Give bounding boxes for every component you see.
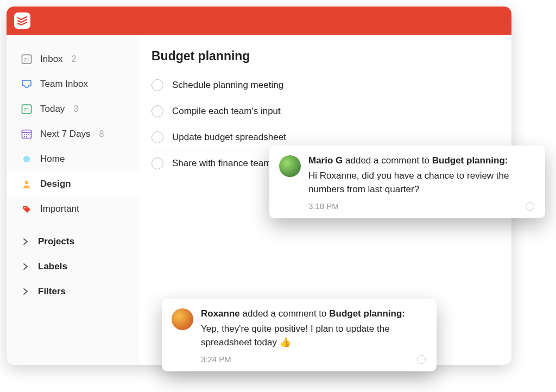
notification-status-circle[interactable] <box>417 355 426 364</box>
sidebar-section-label: Labels <box>38 261 67 272</box>
notification-footer: 3:24 PM <box>201 355 426 364</box>
task-row[interactable]: Schedule planning meeting <box>151 72 495 98</box>
notification-middle-text: added a comment to <box>343 155 432 166</box>
notification-footer: 3:18 PM <box>308 201 534 211</box>
tag-icon <box>21 203 33 215</box>
svg-point-8 <box>28 134 29 135</box>
notification-title: Mario G added a comment to Budget planni… <box>308 155 534 166</box>
sidebar-item-design[interactable]: Design <box>7 172 140 197</box>
inbox-icon: 21 <box>21 53 33 65</box>
notification-message: Hi Roxanne, did you have a chance to rev… <box>308 169 534 196</box>
person-icon <box>21 178 33 190</box>
notification-body: Mario G added a comment to Budget planni… <box>308 155 534 211</box>
notification-title: Roxanne added a comment to Budget planni… <box>201 308 426 319</box>
avatar <box>172 308 193 330</box>
sidebar-section-filters[interactable]: Filters <box>7 279 140 304</box>
svg-point-12 <box>24 207 26 208</box>
sidebar-item-label: Home <box>40 154 65 165</box>
app-logo-icon <box>14 12 30 29</box>
notification-author: Roxanne <box>201 308 240 319</box>
task-checkbox[interactable] <box>151 79 163 91</box>
sidebar-item-home[interactable]: Home <box>7 147 140 172</box>
task-label: Schedule planning meeting <box>172 80 283 91</box>
notification-time: 3:24 PM <box>201 355 231 364</box>
project-dot-icon <box>21 153 33 165</box>
sidebar-item-next-7-days[interactable]: Next 7 Days 8 <box>7 122 140 147</box>
sidebar-section-label: Projects <box>38 236 74 247</box>
svg-point-6 <box>24 134 25 135</box>
svg-point-10 <box>26 136 27 137</box>
chevron-right-icon <box>20 236 31 248</box>
sidebar-item-count: 2 <box>72 54 77 64</box>
svg-point-7 <box>26 134 27 135</box>
top-bar <box>7 7 511 35</box>
today-icon: 21 <box>21 103 33 115</box>
sidebar-item-count: 8 <box>99 129 104 139</box>
sidebar-item-team-inbox[interactable]: Team Inbox <box>7 72 140 97</box>
sidebar-item-label: Today <box>40 104 65 115</box>
sidebar-section-projects[interactable]: Projects <box>7 229 140 254</box>
calendar-icon <box>21 128 33 140</box>
task-label: Compile each team's input <box>172 106 281 117</box>
avatar <box>279 155 301 177</box>
task-row[interactable]: Compile each team's input <box>151 98 495 124</box>
notification-body: Roxanne added a comment to Budget planni… <box>201 308 426 364</box>
notification-card[interactable]: Mario G added a comment to Budget planni… <box>269 146 545 218</box>
notification-card[interactable]: Roxanne added a comment to Budget planni… <box>162 299 437 371</box>
svg-point-11 <box>25 181 28 184</box>
sidebar: 21 Inbox 2 Team Inbox 21 Today 3 <box>7 35 140 365</box>
task-checkbox[interactable] <box>151 105 163 117</box>
notification-author: Mario G <box>308 155 343 166</box>
sidebar-section-labels[interactable]: Labels <box>7 254 140 279</box>
notification-status-circle[interactable] <box>526 202 534 211</box>
sidebar-item-important[interactable]: Important <box>7 197 140 222</box>
sidebar-item-today[interactable]: 21 Today 3 <box>7 97 140 122</box>
svg-point-9 <box>24 136 25 137</box>
sidebar-item-inbox[interactable]: 21 Inbox 2 <box>7 47 140 72</box>
page-title: Budget planning <box>151 49 495 64</box>
svg-text:21: 21 <box>24 107 29 112</box>
notification-middle-text: added a comment to <box>240 308 329 319</box>
notification-time: 3:18 PM <box>308 201 339 211</box>
task-checkbox[interactable] <box>151 131 163 143</box>
notification-project: Budget planning: <box>432 155 508 166</box>
svg-text:21: 21 <box>24 57 29 62</box>
sidebar-item-label: Next 7 Days <box>40 129 91 140</box>
sidebar-item-label: Design <box>40 179 71 189</box>
sidebar-section-label: Filters <box>38 286 66 297</box>
task-checkbox[interactable] <box>151 157 163 169</box>
notification-project: Budget planning: <box>329 308 405 319</box>
task-label: Update budget spreadsheet <box>172 132 286 143</box>
chevron-right-icon <box>20 286 31 298</box>
team-inbox-icon <box>21 78 33 90</box>
chevron-right-icon <box>20 261 31 273</box>
sidebar-item-label: Inbox <box>40 54 63 65</box>
notification-message: Yep, they're quite positive! I plan to u… <box>201 323 426 349</box>
sidebar-item-label: Team Inbox <box>40 79 88 90</box>
sidebar-item-count: 3 <box>73 104 78 114</box>
task-label: Share with finance team <box>172 158 271 169</box>
sidebar-item-label: Important <box>40 204 79 214</box>
